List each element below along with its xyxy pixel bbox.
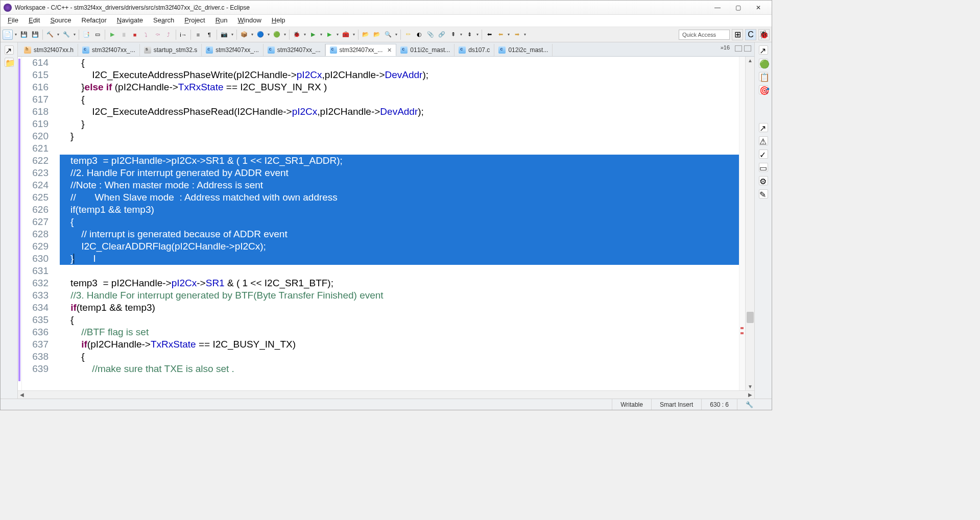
new-class-button[interactable]: 🟢	[272, 30, 282, 40]
step-return-button[interactable]: ⤴	[163, 30, 174, 40]
build-all-dropdown-icon[interactable]: ▾	[73, 32, 77, 37]
code-line-624[interactable]: //Note : When master mode : Address is s…	[60, 179, 739, 191]
build-dropdown-icon[interactable]: ▾	[56, 32, 60, 37]
next-annotation-button[interactable]: ⇟	[464, 30, 474, 40]
project-explorer-icon[interactable]: 📁	[5, 58, 14, 67]
toggle-mark2-button[interactable]: ◐	[414, 30, 424, 40]
code-line-634[interactable]: if(temp1 && temp3)	[60, 302, 739, 314]
code-line-623[interactable]: //2. Handle For interrupt generated by A…	[60, 167, 739, 179]
tab-overflow[interactable]: »16	[721, 44, 730, 51]
editor-tab-5[interactable]: stm32f407xx_...✕	[325, 44, 397, 56]
debug-button[interactable]: 🐞	[292, 30, 302, 40]
link-button[interactable]: 🔗	[437, 30, 447, 40]
camera-button[interactable]: 📷	[219, 30, 229, 40]
horizontal-scrollbar[interactable]: ◀ ▶	[18, 390, 754, 399]
editor-tab-6[interactable]: 011i2c_mast...	[396, 44, 455, 56]
editor-tab-2[interactable]: startup_stm32.s	[140, 44, 202, 56]
step-over-button[interactable]: ⤼	[152, 30, 162, 40]
search-dropdown-icon[interactable]: ▾	[394, 32, 398, 37]
menu-source[interactable]: Source	[45, 15, 76, 27]
external-tools-button[interactable]: 🧰	[341, 30, 351, 40]
overview-ruler[interactable]	[739, 57, 745, 390]
step-into-button[interactable]: ⤵	[141, 30, 151, 40]
menu-edit[interactable]: Edit	[23, 15, 45, 27]
resume-button[interactable]: ▶	[107, 30, 117, 40]
profile-dropdown-icon[interactable]: ▾	[336, 32, 340, 37]
maximize-button[interactable]: ▢	[728, 2, 748, 13]
code-line-617[interactable]: {	[60, 93, 739, 106]
vertical-scrollbar[interactable]: ▲ ▼	[745, 57, 754, 390]
menu-project[interactable]: Project	[179, 15, 210, 27]
pin-button[interactable]: 📎	[425, 30, 436, 40]
code-line-620[interactable]: }	[60, 130, 739, 142]
menu-file[interactable]: File	[3, 15, 23, 27]
restore-bottom-icon[interactable]: ↗	[759, 123, 768, 132]
scroll-up-icon[interactable]: ▲	[748, 58, 753, 63]
toggle-breadcrumb-button[interactable]: ≡	[193, 30, 203, 40]
scroll-left-icon[interactable]: ◀	[20, 392, 24, 398]
code-line-637[interactable]: if(pI2CHandle->TxRxState == I2C_BUSY_IN_…	[60, 338, 739, 351]
menu-navigate[interactable]: Navigate	[112, 15, 148, 27]
open-element-button[interactable]: 🔵	[255, 30, 266, 40]
code-line-619[interactable]: }	[60, 118, 739, 130]
forward-button[interactable]: ➡	[512, 30, 522, 40]
code-line-618[interactable]: I2C_ExecuteAddressPhaseRead(I2CHandle->p…	[60, 106, 739, 118]
debug-perspective-button[interactable]: 🐞	[758, 29, 770, 40]
code-line-638[interactable]: {	[60, 351, 739, 363]
prev-ann-dropdown-icon[interactable]: ▾	[459, 32, 463, 37]
code-line-625[interactable]: // When Slave mode : Address matched wit…	[60, 191, 739, 204]
debug-dropdown-icon[interactable]: ▾	[303, 32, 307, 37]
restore-view-right-icon[interactable]: ↗	[759, 45, 768, 55]
toggle-whitespace-button[interactable]: ¶	[204, 30, 214, 40]
highlight-button[interactable]: ✏	[403, 30, 413, 40]
tasks-icon[interactable]: ✓	[759, 150, 768, 159]
open-type-dropdown-icon[interactable]: ▾	[250, 32, 254, 37]
code-line-631[interactable]	[60, 265, 739, 277]
code-line-630[interactable]: } I	[60, 253, 739, 265]
instruction-step-button[interactable]: i→	[178, 30, 188, 40]
editor-tab-0[interactable]: stm32f407xx.h	[20, 44, 78, 56]
last-edit-button[interactable]: ⬅	[484, 30, 494, 40]
scroll-down-icon[interactable]: ▼	[748, 384, 753, 389]
cpp-perspective-button[interactable]: C	[745, 29, 756, 40]
run-button[interactable]: ▶	[308, 30, 318, 40]
quick-access-input[interactable]: Quick Access	[679, 30, 730, 40]
pencil-icon[interactable]: ✎	[759, 189, 768, 199]
menu-run[interactable]: Run	[210, 15, 233, 27]
code-line-628[interactable]: // interrupt is generated because of ADD…	[60, 228, 739, 240]
editor-tab-1[interactable]: stm32f407xx_...	[78, 44, 140, 56]
new-dropdown-icon[interactable]: ▾	[14, 32, 18, 37]
console-icon[interactable]: ▭	[759, 163, 768, 172]
close-button[interactable]: ✕	[748, 2, 769, 13]
minimize-button[interactable]: —	[707, 2, 728, 13]
next-ann-dropdown-icon[interactable]: ▾	[475, 32, 480, 37]
menu-help[interactable]: Help	[267, 15, 291, 27]
forward-dropdown-icon[interactable]: ▾	[523, 32, 527, 37]
code-editor[interactable]: 6146156166176186196206216226236246256266…	[18, 57, 754, 390]
new-class-dropdown-icon[interactable]: ▾	[283, 32, 287, 37]
code-line-632[interactable]: temp3 = pI2CHandle->pI2Cx->SR1 & ( 1 << …	[60, 277, 739, 289]
properties-icon[interactable]: ⚙	[759, 176, 768, 185]
code-line-616[interactable]: }else if (pI2CHandle->TxRxState == I2C_B…	[60, 81, 739, 93]
editor-tab-8[interactable]: 012i2c_mast...	[494, 44, 553, 56]
open-type-button[interactable]: 📦	[239, 30, 249, 40]
open-perspective-button[interactable]: ⊞	[732, 29, 743, 40]
build-targets-icon[interactable]: 🎯	[759, 85, 768, 94]
save-all-button[interactable]: 💾	[30, 30, 40, 40]
editor-minimize-icon[interactable]	[735, 45, 742, 52]
code-line-627[interactable]: {	[60, 216, 739, 228]
search-button[interactable]: 🔍	[383, 30, 393, 40]
save-button[interactable]: 💾	[19, 30, 29, 40]
back-button[interactable]: ⬅	[495, 30, 506, 40]
scroll-thumb[interactable]	[747, 312, 754, 323]
run-dropdown-icon[interactable]: ▾	[319, 32, 323, 37]
problems-icon[interactable]: ⚠	[759, 136, 768, 145]
task-list-icon[interactable]: 📋	[759, 72, 768, 81]
code-content[interactable]: { I2C_ExecuteAddressPhaseWrite(pI2CHandl…	[60, 57, 739, 390]
profile-button[interactable]: ▶	[324, 30, 334, 40]
restore-view-icon[interactable]: ↗	[5, 45, 14, 55]
build-all-button[interactable]: 🔧	[61, 30, 71, 40]
outline-icon[interactable]: 🟢	[759, 59, 768, 68]
prev-annotation-button[interactable]: ⇞	[448, 30, 458, 40]
editor-tab-4[interactable]: stm32f407xx_...	[264, 44, 325, 56]
